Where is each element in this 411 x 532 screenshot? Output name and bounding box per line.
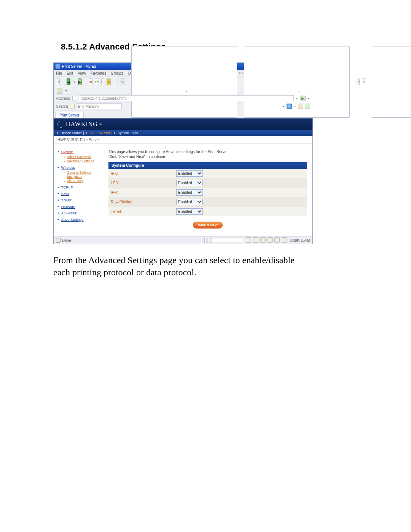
- tray-icon[interactable]: [282, 237, 287, 243]
- help-line-1: This page allows you to configure Advanc…: [108, 149, 307, 154]
- divider: |: [83, 131, 84, 135]
- app-icon: [55, 64, 61, 69]
- main-toolbar: ◀ ▾ ▶ ✕ ⟳ ⌂ ★ ✎ ⚙ ✔: [54, 77, 312, 87]
- toolbar-icon[interactable]: [131, 46, 237, 118]
- dropdown-icon[interactable]: ▾: [308, 97, 309, 100]
- brand-banner: HAWKING®: [54, 118, 312, 130]
- row-label: IPX:: [108, 169, 174, 178]
- table-row: Telnet: Enabled: [108, 207, 307, 216]
- menu-edit[interactable]: Edit: [67, 71, 73, 75]
- menu-groups[interactable]: Groups: [111, 71, 123, 75]
- save-next-button[interactable]: Save & Next: [193, 222, 223, 228]
- menu-file[interactable]: File: [56, 71, 62, 75]
- subnav-setup-wizard[interactable]: Setup Wizard: [89, 131, 110, 135]
- sidebar-item-smb[interactable]: SMB: [61, 192, 69, 196]
- caption-text: From the Advanced Settings page you can …: [53, 254, 297, 279]
- ipx-select[interactable]: Enabled: [176, 170, 203, 177]
- toolbar-icon[interactable]: [357, 78, 360, 85]
- sidebar-item-save-settings[interactable]: Save Settings: [61, 217, 84, 222]
- toolbar-icon[interactable]: [298, 104, 303, 109]
- subnav-system-tools[interactable]: System Tools: [118, 131, 138, 135]
- address-input[interactable]: [79, 95, 294, 101]
- forward-button[interactable]: ▶: [78, 78, 82, 85]
- toolbar-icon[interactable]: [287, 104, 292, 109]
- sidebar-sub-encryption[interactable]: Encryption: [67, 175, 82, 179]
- toolbar-icon[interactable]: [305, 104, 310, 109]
- new-doc-button[interactable]: [57, 78, 60, 85]
- search-label: Search: [56, 104, 68, 109]
- row-label: IPP:: [108, 188, 174, 197]
- ipp-select[interactable]: Enabled: [176, 189, 203, 196]
- stop-button[interactable]: ✕: [89, 78, 92, 85]
- row-label: Telnet:: [108, 207, 174, 216]
- favorites-button[interactable]: ★: [107, 78, 111, 85]
- dropdown-icon[interactable]: ▾: [65, 89, 67, 93]
- refresh-button[interactable]: ⟳: [95, 78, 99, 85]
- status-text: Done: [62, 238, 71, 243]
- lpd-select[interactable]: Enabled: [176, 180, 203, 186]
- main-pane: This page allows you to configure Advanc…: [105, 144, 312, 236]
- tab-print-server[interactable]: Print Server: [55, 112, 84, 118]
- arrow-icon: ▶: [86, 131, 88, 134]
- sidebar-sub-site-survey[interactable]: Site Survey: [67, 179, 83, 183]
- raw-printing-select[interactable]: Enabled: [176, 199, 203, 205]
- address-row: Address ▾ ▶ ▾: [54, 94, 312, 102]
- toolbar-icon[interactable]: [118, 78, 118, 85]
- sidebar-item-system[interactable]: System: [61, 150, 73, 154]
- sidebar: System Admin Password Advanced Settings …: [54, 144, 105, 236]
- toolbar-icon[interactable]: ✎: [121, 78, 124, 85]
- tray-icons: [245, 237, 287, 243]
- config-table: IPX: Enabled LPD: Enabled IPP: Enabled: [108, 169, 307, 216]
- help-text: This page allows you to configure Advanc…: [108, 149, 307, 159]
- sidebar-item-tcpip[interactable]: TCP/IP: [61, 185, 73, 189]
- sidebar-item-wireless[interactable]: Wireless: [61, 165, 75, 169]
- brand-name: HAWKING: [66, 121, 98, 128]
- search-engine-icon[interactable]: [70, 104, 75, 109]
- page-icon: [72, 96, 77, 101]
- progress-gauge: [204, 238, 243, 243]
- back-button[interactable]: ◀: [67, 78, 70, 85]
- sidebar-item-appletalk[interactable]: AppleTalk: [61, 211, 77, 215]
- brand-logo: HAWKING®: [57, 121, 102, 128]
- browser-window: Print Server - MyIE2 – ▢ ✕ File Edit Vie…: [53, 62, 313, 244]
- subnav-device-status[interactable]: Device Status: [61, 131, 82, 135]
- toolbar-icon[interactable]: [57, 88, 62, 94]
- sidebar-item-netware[interactable]: NetWare: [61, 204, 75, 209]
- toolbar-icon[interactable]: [362, 78, 365, 85]
- sidebar-sub-general-settings[interactable]: General Settings: [67, 171, 91, 174]
- table-row: LPD: Enabled: [108, 178, 307, 188]
- tray-icon[interactable]: [268, 237, 273, 243]
- home-button[interactable]: ⌂: [101, 78, 104, 85]
- tray-icon[interactable]: [274, 237, 280, 243]
- address-label: Address: [56, 96, 70, 101]
- tray-icon[interactable]: [260, 237, 266, 243]
- arrow-icon: ▶: [57, 131, 59, 134]
- sidebar-sub-admin-password[interactable]: Admin Password: [67, 155, 91, 159]
- table-row: Raw Printing: Enabled: [108, 197, 307, 207]
- telnet-select[interactable]: Enabled: [176, 208, 203, 215]
- dropdown-icon[interactable]: ▾: [73, 80, 75, 84]
- tray-icon[interactable]: [253, 237, 258, 243]
- toolbar-icon[interactable]: [372, 46, 411, 118]
- dropdown-icon[interactable]: ▾: [283, 105, 284, 108]
- subnav: ▶ Device Status | ▶ Setup Wizard | ▶ Sys…: [54, 130, 312, 136]
- go-button[interactable]: ▶: [300, 96, 306, 101]
- config-heading: System Configure: [108, 162, 307, 169]
- sidebar-sub-advanced-settings[interactable]: Advanced Settings: [67, 159, 94, 163]
- menu-view[interactable]: View: [78, 71, 86, 75]
- statusbar: Done 0.09K 154M: [54, 236, 312, 244]
- menu-favorites[interactable]: Favorites: [91, 71, 106, 75]
- dropdown-icon[interactable]: ▾: [296, 97, 298, 100]
- search-input[interactable]: [76, 103, 122, 109]
- sidebar-item-snmp[interactable]: SNMP: [61, 198, 72, 202]
- breadcrumb: HWPS12UG Print Server: [54, 136, 312, 144]
- dropdown-icon[interactable]: ▾: [294, 105, 296, 108]
- arrow-icon: ▶: [114, 131, 116, 134]
- divider: |: [112, 131, 112, 135]
- row-label: LPD:: [108, 178, 174, 188]
- help-line-2: Click "Save and Next" to continue.: [108, 154, 307, 159]
- status-icon: [56, 238, 61, 243]
- window-title: Print Server - MyIE2: [62, 64, 96, 69]
- tray-icon[interactable]: [246, 237, 251, 243]
- logo-swoosh-icon: [56, 120, 65, 129]
